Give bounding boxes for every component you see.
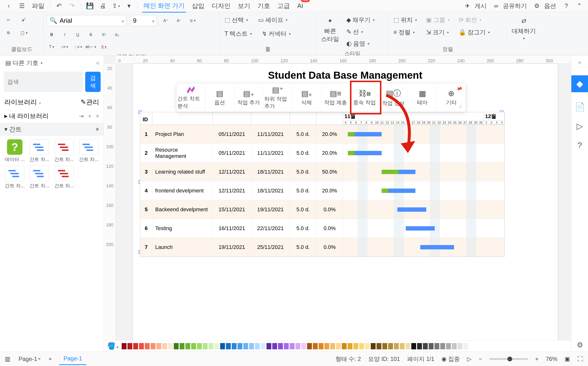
color-swatch[interactable] [156,343,161,349]
gantt-thumb[interactable]: 간트 차... [3,166,26,189]
undo-icon[interactable]: ↶ [55,2,63,10]
floatbar-옵션[interactable]: ▤옵션 [205,83,234,112]
color-swatch[interactable] [203,343,208,349]
gantt-row[interactable]: 4frontend develpment12/11/202118/11/2021… [140,181,504,200]
color-swatch[interactable] [162,343,167,349]
color-swatch[interactable] [214,343,219,349]
color-swatch[interactable] [365,343,370,349]
gantt-thumb[interactable]: 간트 차... [53,139,75,163]
color-swatch[interactable] [232,343,237,349]
color-swatch[interactable] [394,343,399,349]
color-swatch[interactable] [180,343,184,349]
color-swatch[interactable] [330,343,335,349]
color-swatch[interactable] [435,343,439,349]
color-swatch[interactable] [272,343,277,349]
back-icon[interactable]: ‹ [4,2,13,10]
collapse-ribbon-icon[interactable]: ⌃ [575,2,584,10]
gantt-row[interactable]: 5Backeend develpment15/11/202119/11/2021… [140,200,504,219]
color-swatch[interactable] [284,343,289,349]
color-swatch[interactable] [197,343,202,349]
search-input[interactable] [4,72,83,92]
file-menu[interactable]: 파일 [30,0,46,12]
gantt-thumb[interactable]: 간트 차... [77,139,100,163]
help-icon[interactable]: ? [562,2,571,10]
canvas[interactable]: 0204060801001201401601802002202402602803… [104,55,571,351]
gantt-thumb[interactable]: ?데이터 ... [3,139,26,163]
page-list-icon[interactable]: ▥ [5,356,10,362]
color-swatch[interactable] [371,343,376,349]
font-size-select[interactable]: 9 [130,15,157,26]
import-icon[interactable]: ⇥ [79,113,84,120]
share-button[interactable]: ∞ 공유하기 [492,1,528,11]
options-button[interactable]: ⚙ 옵션 [533,1,558,11]
color-swatch[interactable] [249,343,254,349]
zoom-slider[interactable] [489,358,528,360]
color-swatch[interactable] [400,343,405,349]
manage-library-button[interactable]: ✎관리 [81,98,99,107]
gantt-row[interactable]: 7Launch19/11/202125/11/20215.0 d.0.0% [140,238,504,257]
decrease-font-icon[interactable]: A⁻ [174,16,184,25]
fullscreen-icon[interactable]: ⛶ [577,356,583,362]
line-spacing-icon[interactable]: ↕≡ [60,42,69,52]
color-swatch[interactable] [429,343,434,349]
rotate-button[interactable]: ⟳ 회전 [457,15,491,25]
color-swatch[interactable] [469,343,474,349]
color-swatch[interactable] [185,343,190,349]
increase-font-icon[interactable]: A⁺ [161,16,170,25]
color-swatch[interactable] [295,343,300,349]
color-swatch[interactable] [191,343,196,349]
italic-icon[interactable]: I [60,30,69,40]
tab-advanced[interactable]: 고급 [276,0,291,12]
add-page-icon[interactable]: + [49,356,52,362]
floatbar-작업 계층[interactable]: ▤≡작업 계층 [321,83,350,112]
position-button[interactable]: ⬚ 위치 [392,15,418,25]
gantt-row[interactable]: 3Learning related stuff12/11/202118/11/2… [140,162,504,181]
color-swatch[interactable] [220,343,225,349]
format-panel-icon[interactable]: ◆ [571,75,588,92]
color-swatch[interactable] [278,343,283,349]
color-swatch[interactable] [313,343,318,349]
drawing-page[interactable]: Student Data Base Management ID 11월 [133,64,558,351]
cut-icon[interactable]: ✂ [3,15,13,25]
zoom-in-icon[interactable]: + [535,356,539,362]
add-icon[interactable]: + [88,113,91,120]
color-swatch[interactable] [382,343,387,349]
color-swatch[interactable] [209,343,213,349]
tab-view[interactable]: 보기 [236,0,252,12]
color-swatch[interactable] [458,343,462,349]
tab-ai[interactable]: AIhot [296,0,305,12]
connector-tool[interactable]: ↯ 커넥터 [260,29,292,39]
search-button[interactable]: 검색 [85,72,101,92]
color-swatch[interactable] [446,343,451,349]
bullets-icon[interactable]: ⋮≡ [73,42,83,52]
color-swatch[interactable] [255,343,260,349]
floatbar-삭제[interactable]: ▤ₓ삭제 [292,83,321,112]
notes-panel-icon[interactable]: 📄 [575,102,585,112]
color-swatch[interactable] [261,343,265,349]
color-swatch[interactable] [290,343,294,349]
collapse-panel-icon[interactable]: « [96,59,100,67]
tab-home[interactable]: 메인 화면 가기 [142,0,186,13]
save-icon[interactable]: 💾 [85,2,94,10]
more-icon[interactable]: ▾ [125,2,133,10]
color-swatch[interactable] [174,343,179,349]
tab-design[interactable]: 디자인 [210,0,232,12]
underline-icon[interactable]: U [73,30,83,40]
lock-button[interactable]: 🔒 잠그기 [457,27,491,37]
text-direction-icon[interactable]: ab↔ [86,42,96,52]
color-swatch[interactable] [238,343,242,349]
color-swatch[interactable] [122,343,127,349]
line-button[interactable]: ✎ 선 [345,27,376,37]
my-library-row[interactable]: ▸ 내 라이브러리 ⇥ + × [0,109,104,123]
collapse-right-icon[interactable]: « [578,59,581,66]
close-icon[interactable]: × [96,113,99,120]
color-swatch[interactable] [452,343,457,349]
group-button[interactable]: ▣ 그룹 [425,15,451,25]
color-swatch[interactable] [359,343,364,349]
gantt-thumb[interactable]: 간트 차... [28,166,51,189]
shape-tool[interactable]: ▭ 셰이프 [256,15,289,25]
hamburger-icon[interactable]: ☰ [17,2,26,10]
format-painter-icon[interactable]: 🖌 [19,15,29,25]
color-swatch[interactable] [423,343,428,349]
floatbar-작업 추가[interactable]: ▤₊작업 추가 [234,83,263,112]
